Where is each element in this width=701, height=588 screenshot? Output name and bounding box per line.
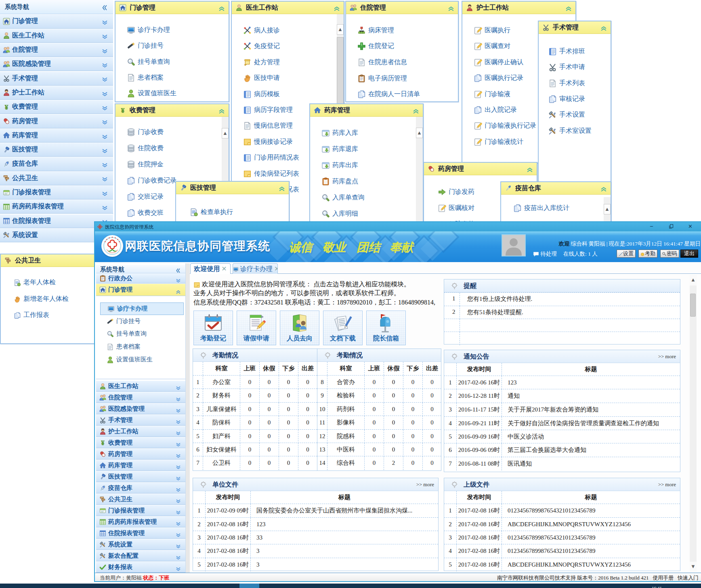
- svg-text:¥: ¥: [121, 107, 125, 114]
- svg-text:¥: ¥: [5, 103, 8, 111]
- svg-text:¥: ¥: [101, 439, 105, 446]
